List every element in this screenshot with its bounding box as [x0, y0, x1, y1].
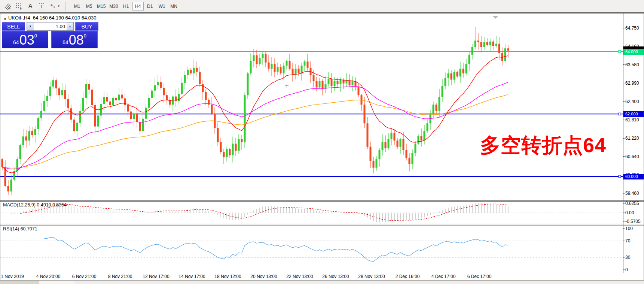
macd-tick-high: 0.6255: [625, 201, 639, 206]
sell-price-main: 03: [19, 33, 34, 47]
sell-button[interactable]: SELL: [2, 22, 25, 31]
sell-price-prefix: 64: [13, 39, 19, 45]
chart-title: ▲UKOil-,H4 64.160 64.190 64.010 64.030: [3, 15, 97, 21]
timeframe-mn[interactable]: MN: [168, 2, 180, 11]
price-tick-64.750: 64.750: [625, 25, 639, 31]
time-tick: 18 Nov 12:00: [214, 274, 241, 279]
time-tick: 1 Nov 2019: [1, 274, 24, 279]
timeframe-h4[interactable]: H4: [132, 2, 144, 11]
hline-price-tag-64.000: 64.000: [623, 49, 644, 55]
time-tick: 14 Nov 17:00: [178, 274, 205, 279]
price-tick-62.990: 62.990: [625, 81, 639, 86]
rsi-tick-0: 0: [625, 267, 628, 272]
time-tick: 4 Dec 17:00: [431, 274, 456, 279]
buy-price-sup: 0: [84, 33, 86, 39]
rsi-label: RSI(14) 60.7071: [3, 226, 37, 232]
ohlc-values: 64.160 64.190 64.010 64.030: [33, 15, 97, 21]
sell-price-sup: 0: [34, 33, 37, 39]
volume-increase-button[interactable]: ▲: [67, 22, 73, 30]
elliott-wave-tool-icon[interactable]: E: [3, 1, 13, 11]
sell-price-box[interactable]: 64 03 0: [2, 31, 48, 48]
time-tick: 6 Nov 21:00: [72, 274, 97, 279]
macd-tick-zero: 0.00: [625, 210, 634, 215]
status-strip-segment-2: [39, 281, 75, 284]
svg-text:F: F: [20, 7, 22, 10]
chevron-down-icon: ▼: [57, 4, 60, 8]
hline-price-tag-60.000: 60.000: [623, 174, 644, 179]
time-axis[interactable]: 1 Nov 20194 Nov 20:006 Nov 21:008 Nov 21…: [0, 273, 623, 280]
time-tick: 4 Nov 20:00: [36, 274, 61, 279]
timeframe-m30[interactable]: M30: [108, 2, 119, 11]
time-tick: 20 Nov 13:00: [250, 274, 277, 279]
rsi-tick-100: 100: [625, 226, 633, 231]
time-tick: 26 Nov 13:00: [322, 274, 349, 279]
mt4-window: E F A T ▼ M1M5M15M30H1H4D1W1MN ▲UKOil-,H…: [0, 0, 644, 284]
symbol-up-triangle-icon: ▲: [3, 16, 7, 20]
text-box-glyph: T: [39, 3, 45, 9]
rsi-tick-30: 30: [625, 255, 630, 260]
buy-price-prefix: 64: [62, 39, 68, 45]
macd-tick-low: -0.5705: [625, 219, 641, 224]
price-axis[interactable]: 64.75064.16063.58062.99062.40061.81061.2…: [623, 13, 644, 280]
time-tick: 28 Nov 13:00: [358, 274, 385, 279]
time-tick: 8 Nov 21:00: [108, 274, 132, 279]
timeframe-m1[interactable]: M1: [71, 2, 83, 11]
svg-text:E: E: [9, 7, 10, 10]
buy-price-main: 08: [69, 33, 84, 47]
fibonacci-grid-tool-icon[interactable]: F: [14, 1, 24, 11]
rsi-tick-70: 70: [625, 238, 630, 244]
price-tick-60.640: 60.640: [625, 154, 639, 159]
hline-price-tag-62.000: 62.000: [623, 111, 644, 117]
drawing-tools-group: E F A T ▼: [0, 1, 63, 11]
time-tick: 2 Dec 16:00: [396, 274, 420, 279]
buy-button[interactable]: BUY: [75, 22, 98, 31]
timeframe-buttons: M1M5M15M30H1H4D1W1MN: [69, 2, 180, 11]
macd-label: MACD(12,26,9) 0.4910 0.5354: [3, 202, 67, 208]
volume-input[interactable]: [34, 22, 67, 30]
text-box-tool-icon[interactable]: T: [36, 1, 47, 11]
timeframe-d1[interactable]: D1: [144, 2, 156, 11]
price-tick-61.810: 61.810: [625, 117, 639, 123]
time-tick: 6 Dec 17:00: [467, 274, 492, 279]
chart-text-annotation[interactable]: 多空转折点64: [480, 132, 606, 159]
timeframe-m5[interactable]: M5: [83, 2, 95, 11]
time-tick: 12 Nov 17:00: [143, 274, 169, 279]
price-tick-61.220: 61.220: [625, 136, 639, 141]
timeframe-w1[interactable]: W1: [156, 2, 168, 11]
price-tick-59.460: 59.460: [625, 191, 639, 196]
arrows-shapes-tool-icon[interactable]: ▼: [48, 1, 62, 11]
volume-spinner: ▼ ▲: [27, 22, 74, 31]
volume-decrease-button[interactable]: ▼: [27, 22, 34, 30]
toolbar: E F A T ▼ M1M5M15M30H1H4D1W1MN: [0, 0, 644, 13]
status-strip-segment-1: [0, 281, 39, 284]
price-tick-62.400: 62.400: [625, 99, 639, 104]
timeframe-m15[interactable]: M15: [95, 2, 107, 11]
price-tick-63.580: 63.580: [625, 62, 639, 67]
text-label-tool-icon[interactable]: A: [25, 1, 36, 11]
status-strip: [0, 280, 644, 284]
one-click-trading-panel: SELL ▼ ▲ BUY 64 03 0 64 08 0: [2, 22, 98, 48]
timeframe-h1[interactable]: H1: [120, 2, 132, 11]
time-tick: 22 Nov 13:00: [286, 274, 313, 279]
toolbar-separator: [65, 2, 66, 11]
buy-price-box[interactable]: 64 08 0: [51, 31, 98, 48]
symbol-name: UKOil-,H4: [8, 15, 30, 21]
